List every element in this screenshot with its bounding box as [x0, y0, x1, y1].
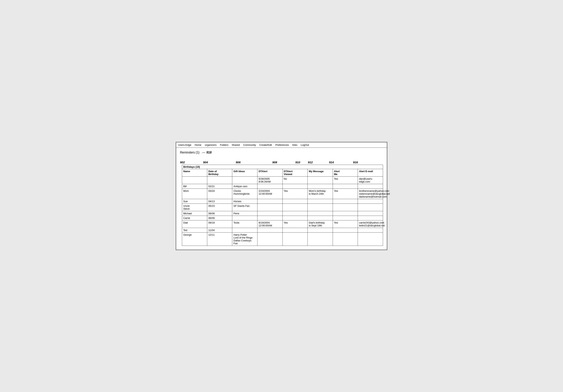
cell-message [308, 228, 333, 233]
header-gift: Gift Ideas [232, 169, 257, 177]
cell-gift [232, 177, 257, 184]
cell-dtalert-viewed [282, 199, 308, 204]
cell-dtalert [257, 204, 282, 211]
cell-gift [232, 216, 257, 221]
cell-alert-me [333, 216, 358, 221]
cell-dtalert-viewed [282, 211, 308, 216]
cell-message [308, 233, 333, 246]
cell-alert-email [358, 228, 383, 233]
cell-message [308, 216, 333, 221]
menu-item-home[interactable]: Home [195, 144, 202, 146]
cell-gift: Horses [232, 199, 257, 204]
header-name: Name [182, 169, 207, 177]
cell-dtalert: 2/24/200412:00:00AM [257, 189, 282, 199]
cell-dtalert-viewed [282, 204, 308, 211]
ref-916: 916 [353, 161, 358, 164]
cell-name [182, 177, 207, 184]
cell-message: Dad's brithdayis Sept 19th [308, 221, 333, 228]
cell-name: George [182, 233, 207, 246]
table-row: Mom03/24ClocksHummingbirds2/24/200412:00… [182, 189, 383, 199]
menu-bar: Users-EdgeHomeorganizersFoldersSharedCom… [176, 142, 387, 148]
menu-item-preferences[interactable]: Preferences [275, 144, 289, 146]
cell-dtalert-viewed: No [282, 177, 308, 184]
cell-gift [232, 228, 257, 233]
header-dtalert-viewed: DTAlertViewed [282, 169, 308, 177]
cell-dtalert-viewed [282, 233, 308, 246]
cell-dtalert-viewed: Yes [282, 189, 308, 199]
cell-dtalert-viewed [282, 184, 308, 189]
cell-message [308, 204, 333, 211]
table-row: Michael06/08Pens [182, 211, 383, 216]
cell-dtalert [257, 233, 282, 246]
reminders-header: Reminders (1) — 918 [180, 151, 383, 154]
cell-alert-email [358, 211, 383, 216]
cell-name: Michael [182, 211, 207, 216]
table-row: UncleSteve05/23SF Giants Fan [182, 204, 383, 211]
menu-item-organizers[interactable]: organizers [205, 144, 217, 146]
cell-name: Mom [182, 189, 207, 199]
cell-dtalert [257, 211, 282, 216]
cell-dtalert-viewed [282, 216, 308, 221]
cell-name: Sue [182, 199, 207, 204]
header-dtalert: DTAlert [257, 169, 282, 177]
ref-numbers-row: 902 904 906 908 910 912 914 916 [180, 158, 383, 165]
cell-name: UncleSteve [182, 204, 207, 211]
cell-alert-email: carrie243@yahoo.comtedm21@sbcglobal.net [358, 221, 383, 228]
reminders-number: 918 [206, 151, 212, 154]
cell-dtalert [257, 216, 282, 221]
birthdays-title: Birthdays (10) [182, 165, 383, 169]
birthdays-table: Birthdays (10) Name Date ofBirthday Gift… [182, 165, 383, 246]
cell-alert-email: dan@users-edge.com [358, 177, 383, 184]
menu-item-create-edit[interactable]: Create/Edit [259, 144, 272, 146]
cell-message [308, 211, 333, 216]
cell-dob: 06/09 [207, 216, 232, 221]
table-row: 5/28/20058:06:34AMNoYesdan@users-edge.co… [182, 177, 383, 184]
cell-dtalert [257, 228, 282, 233]
table-row: Ted11/04 [182, 228, 383, 233]
cell-dob [207, 177, 232, 184]
menu-item-community[interactable]: Community [243, 144, 256, 146]
cell-alert-me [333, 199, 358, 204]
menu-item-links[interactable]: links [292, 144, 297, 146]
menu-item-folders[interactable]: Folders [220, 144, 228, 146]
cell-gift: SF Giants Fan [232, 204, 257, 211]
menu-item-logout[interactable]: LogOut [301, 144, 309, 146]
cell-gift: Tools [232, 221, 257, 228]
cell-alert-me: Yes [333, 221, 358, 228]
cell-dob: 03/24 [207, 189, 232, 199]
cell-alert-me: Yes [333, 177, 358, 184]
ref-914: 914 [329, 161, 334, 164]
cell-name: Carrie [182, 216, 207, 221]
table-row: George12/11Harry PotterLord of the Rings… [182, 233, 383, 246]
table-header-row: Name Date ofBirthday Gift Ideas DTAlert … [182, 169, 383, 177]
cell-alert-email [358, 233, 383, 246]
cell-dtalert: 5/28/20058:06:34AM [257, 177, 282, 184]
ref-912: 912 [308, 161, 313, 164]
cell-message [308, 177, 333, 184]
cell-alert-me: Yes [333, 189, 358, 199]
ref-908: 908 [272, 161, 277, 164]
header-dob: Date ofBirthday [207, 169, 232, 177]
cell-gift: Pens [232, 211, 257, 216]
header-alert-me: AlertMe [333, 169, 358, 177]
cell-alert-me [333, 204, 358, 211]
table-row: Dad09/19Tools8/19/200412:00:00AMYesDad's… [182, 221, 383, 228]
menu-item-shared[interactable]: Shared [232, 144, 240, 146]
cell-gift: Antique cars [232, 184, 257, 189]
cell-alert-me [333, 211, 358, 216]
birthdays-title-row: Birthdays (10) [182, 165, 383, 169]
ref-902: 902 [180, 161, 185, 164]
cell-alert-me [333, 184, 358, 189]
ref-906: 906 [236, 161, 241, 164]
cell-dob: 09/19 [207, 221, 232, 228]
cell-dtalert [257, 184, 282, 189]
reminders-label: Reminders (1) [180, 151, 199, 154]
cell-dob: 12/11 [207, 233, 232, 246]
cell-dob: 04/13 [207, 199, 232, 204]
header-alert-email: Alert E-mail [358, 169, 383, 177]
cell-gift: ClocksHummingbirds [232, 189, 257, 199]
cell-name: Bill [182, 184, 207, 189]
table-row: Sue04/13Horses [182, 199, 383, 204]
menu-item-users-edge[interactable]: Users-Edge [178, 144, 191, 146]
table-row: Carrie06/09 [182, 216, 383, 221]
